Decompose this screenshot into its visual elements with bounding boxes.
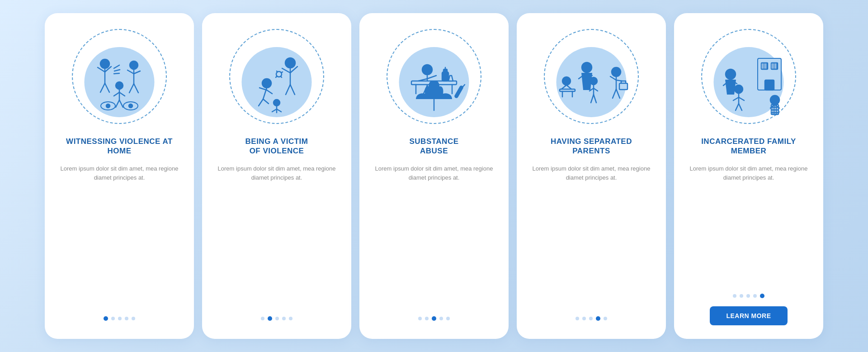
svg-point-41 — [276, 71, 282, 77]
svg-line-33 — [259, 99, 263, 106]
svg-line-30 — [290, 85, 295, 95]
card-5-title: INCARCERATED FAMILY MEMBER — [685, 135, 812, 157]
dot-4 — [125, 317, 128, 320]
card-3-title: SUBSTANCEABUSE — [409, 135, 458, 157]
svg-line-75 — [616, 89, 620, 98]
svg-line-23 — [114, 70, 120, 71]
svg-rect-97 — [765, 80, 774, 90]
card-2-illustration — [227, 27, 326, 126]
dot-4 — [282, 317, 286, 320]
svg-line-29 — [286, 85, 290, 95]
svg-line-74 — [613, 89, 616, 98]
dot-1 — [104, 316, 108, 321]
svg-point-12 — [116, 82, 123, 89]
card-3-illustration — [384, 27, 484, 126]
card-5-dots — [733, 294, 764, 298]
svg-line-85 — [566, 85, 571, 89]
svg-point-80 — [562, 77, 571, 85]
card-2-title: BEING A VICTIMOF VIOLENCE — [245, 135, 308, 157]
card-incarcerated-family: INCARCERATED FAMILY MEMBER Lorem ipsum d… — [674, 13, 823, 339]
card-3-description: Lorem ipsum dolor sit dim amet, mea regi… — [370, 164, 498, 182]
card-4-description: Lorem ipsum dolor sit dim amet, mea regi… — [528, 164, 655, 182]
svg-point-25 — [285, 58, 295, 68]
card-substance-abuse: SUBSTANCEABUSE Lorem ipsum dolor sit dim… — [359, 13, 509, 339]
svg-line-84 — [561, 85, 566, 89]
svg-point-61 — [582, 62, 592, 72]
card-witnessing-violence: WITNESSING VIOLENCE AT HOME Lorem ipsum … — [45, 13, 194, 339]
dot-2 — [582, 317, 586, 320]
svg-line-67 — [594, 88, 598, 91]
dot-5 — [760, 294, 764, 298]
svg-line-103 — [733, 97, 739, 100]
svg-point-31 — [262, 79, 271, 88]
dot-3 — [118, 317, 122, 320]
svg-line-5 — [105, 83, 109, 92]
svg-line-8 — [127, 70, 134, 74]
svg-line-105 — [736, 104, 739, 110]
svg-line-4 — [100, 83, 105, 92]
svg-line-44 — [272, 109, 277, 112]
incarcerated-family-icon — [708, 36, 789, 117]
dot-1 — [418, 317, 422, 320]
svg-line-45 — [277, 109, 281, 112]
svg-point-101 — [735, 85, 743, 93]
card-4-dots — [576, 316, 607, 321]
violence-at-home-icon — [79, 36, 160, 117]
dot-3 — [746, 294, 750, 298]
svg-line-27 — [282, 68, 290, 73]
svg-point-64 — [590, 77, 597, 85]
card-4-title: HAVING SEPARATEDPARENTS — [551, 135, 632, 157]
dot-1 — [261, 317, 264, 320]
svg-point-42 — [274, 100, 280, 106]
svg-line-22 — [114, 65, 119, 68]
svg-line-17 — [119, 100, 123, 107]
card-1-description: Lorem ipsum dolor sit dim amet, mea regi… — [56, 164, 183, 182]
svg-line-15 — [119, 92, 125, 96]
card-1-dots — [104, 316, 135, 321]
dot-4 — [596, 316, 600, 321]
dot-2 — [740, 294, 743, 298]
dot-1 — [733, 294, 736, 298]
svg-rect-76 — [619, 83, 627, 90]
dot-3 — [432, 316, 436, 321]
dot-4 — [753, 294, 757, 298]
svg-line-49 — [427, 76, 436, 79]
card-5-description: Lorem ipsum dolor sit dim amet, mea regi… — [685, 164, 812, 182]
svg-line-34 — [263, 99, 269, 104]
substance-abuse-icon — [393, 36, 475, 117]
dot-1 — [576, 317, 579, 320]
dot-3 — [589, 317, 593, 320]
svg-line-68 — [591, 95, 594, 103]
svg-line-106 — [739, 104, 742, 110]
svg-line-14 — [114, 92, 119, 96]
dot-5 — [289, 317, 292, 320]
learn-more-button[interactable]: LEARN MORE — [710, 306, 787, 325]
svg-line-24 — [114, 73, 119, 74]
dot-5 — [132, 317, 135, 320]
card-victim-of-violence: BEING A VICTIMOF VIOLENCE Lorem ipsum do… — [202, 13, 351, 339]
dot-5 — [446, 317, 450, 320]
svg-point-98 — [726, 69, 736, 79]
card-4-illustration — [542, 27, 641, 126]
separated-parents-icon — [551, 36, 632, 117]
svg-line-36 — [267, 90, 272, 94]
card-separated-parents: HAVING SEPARATEDPARENTS Lorem ipsum dolo… — [517, 13, 666, 339]
dot-2 — [425, 317, 429, 320]
dot-3 — [275, 317, 279, 320]
dot-2 — [111, 317, 115, 320]
dot-2 — [268, 316, 272, 321]
svg-point-107 — [770, 95, 779, 105]
svg-line-9 — [134, 71, 140, 74]
card-1-title: WITNESSING VIOLENCE AT HOME — [56, 135, 183, 157]
svg-point-6 — [130, 61, 138, 69]
svg-line-16 — [116, 100, 119, 107]
svg-point-0 — [100, 59, 109, 68]
svg-point-46 — [422, 65, 432, 75]
dot-5 — [604, 317, 607, 320]
card-2-description: Lorem ipsum dolor sit dim amet, mea regi… — [213, 164, 340, 182]
card-5-illustration — [699, 27, 798, 126]
victim-of-violence-icon — [236, 36, 317, 117]
svg-line-10 — [129, 84, 134, 93]
svg-point-19 — [106, 104, 110, 108]
card-2-dots — [261, 316, 292, 321]
